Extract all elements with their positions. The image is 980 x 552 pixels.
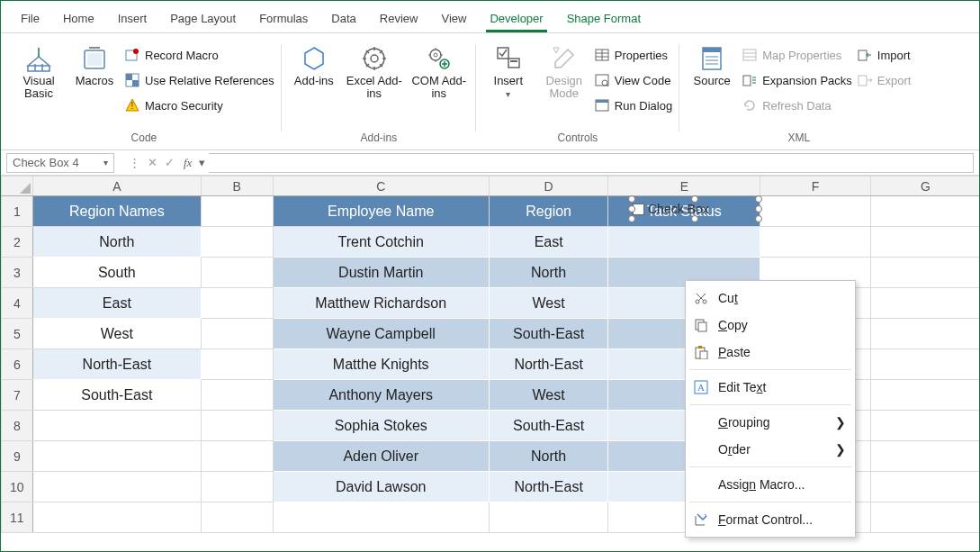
resize-handle-icon[interactable] — [691, 195, 698, 203]
ctx-assign-macro[interactable]: Assign Macro... — [686, 471, 855, 498]
cell-G6[interactable] — [870, 349, 979, 380]
row-header-10[interactable]: 10 — [2, 472, 33, 502]
cell-F2[interactable] — [760, 227, 870, 258]
cell-A10[interactable] — [32, 472, 201, 502]
cell-G1[interactable] — [870, 196, 979, 227]
cell-B4[interactable] — [202, 288, 273, 319]
cell-B2[interactable] — [202, 227, 273, 258]
cell-G7[interactable] — [870, 380, 979, 411]
cell-C10[interactable]: David Lawson — [273, 472, 489, 502]
cell-C6[interactable]: Matthe Knights — [273, 349, 489, 380]
cell-G3[interactable] — [870, 258, 979, 288]
tab-review[interactable]: Review — [369, 8, 429, 32]
cell-D5[interactable]: South-East — [489, 319, 607, 349]
tab-formulas[interactable]: Formulas — [248, 8, 319, 32]
row-header-7[interactable]: 7 — [2, 380, 33, 411]
col-header-b[interactable]: B — [202, 176, 273, 196]
enter-icon[interactable]: ✓ — [161, 156, 178, 170]
map-properties-button[interactable]: Map Properties — [742, 44, 852, 66]
design-mode-button[interactable]: Design Mode — [539, 44, 589, 100]
cell-B9[interactable] — [202, 441, 273, 472]
excel-addins-button[interactable]: Excel Add-ins — [345, 44, 404, 100]
com-addins-button[interactable]: COM Add-ins — [409, 44, 469, 100]
chevron-down-icon[interactable]: ▾ — [103, 158, 108, 167]
cell-C3[interactable]: Dustin Martin — [273, 258, 489, 288]
cell-C2[interactable]: Trent Cotchin — [273, 227, 489, 258]
select-all-corner[interactable] — [2, 176, 33, 196]
cell-G9[interactable] — [870, 441, 979, 472]
name-box[interactable]: Check Box 4 ▾ — [6, 153, 114, 173]
row-header-4[interactable]: 4 — [2, 288, 33, 319]
row-header-9[interactable]: 9 — [2, 441, 33, 472]
visual-basic-button[interactable]: Visual Basic — [13, 44, 64, 100]
cell-B3[interactable] — [202, 258, 273, 288]
cell-C9[interactable]: Aden Oliver — [273, 441, 489, 472]
ctx-order[interactable]: Order ❯ — [686, 436, 855, 463]
cell-A3[interactable]: South — [32, 258, 201, 288]
cell-D3[interactable]: North — [489, 258, 607, 288]
cell-A11[interactable] — [32, 502, 201, 533]
cell-D6[interactable]: North-East — [489, 349, 607, 380]
cell-C11[interactable] — [273, 502, 489, 533]
cell-A9[interactable] — [32, 441, 201, 472]
cell-C5[interactable]: Wayne Campbell — [273, 319, 489, 349]
cell-G2[interactable] — [870, 227, 979, 258]
resize-handle-icon[interactable] — [755, 205, 762, 213]
cell-A2[interactable]: North — [32, 227, 201, 258]
cell-B11[interactable] — [202, 502, 273, 533]
cell-G5[interactable] — [870, 319, 979, 349]
cell-B1[interactable] — [202, 196, 273, 227]
view-code-button[interactable]: View Code — [595, 69, 672, 91]
cancel-icon[interactable]: ✕ — [144, 156, 161, 170]
cell-D4[interactable]: West — [489, 288, 607, 319]
cell-G8[interactable] — [870, 411, 979, 441]
tab-developer[interactable]: Developer — [479, 8, 553, 32]
cell-D8[interactable]: South-East — [489, 411, 607, 441]
cell-D7[interactable]: West — [489, 380, 607, 411]
cell-D2[interactable]: East — [489, 227, 607, 258]
cell-D10[interactable]: North-East — [489, 472, 607, 502]
col-header-g[interactable]: G — [870, 176, 979, 196]
refresh-data-button[interactable]: Refresh Data — [742, 95, 852, 116]
cell-F1[interactable] — [760, 196, 870, 227]
tab-insert[interactable]: Insert — [107, 8, 158, 32]
properties-button[interactable]: Properties — [595, 44, 672, 66]
row-header-11[interactable]: 11 — [2, 502, 33, 533]
formula-input[interactable] — [209, 153, 974, 173]
macro-security-button[interactable]: ! Macro Security — [125, 95, 274, 116]
cell-A7[interactable]: South-East — [32, 380, 201, 411]
tab-shape-format[interactable]: Shape Format — [556, 8, 652, 32]
tab-file[interactable]: File — [10, 8, 50, 32]
row-header-5[interactable]: 5 — [2, 319, 33, 349]
fx-label[interactable]: fx — [178, 156, 197, 170]
col-header-a[interactable]: A — [32, 176, 201, 196]
ctx-cut[interactable]: Cut — [686, 285, 855, 312]
addins-button[interactable]: Add-ins — [289, 44, 339, 87]
resize-handle-icon[interactable] — [628, 205, 635, 213]
cell-B8[interactable] — [202, 411, 273, 441]
cell-A5[interactable]: West — [32, 319, 201, 349]
ctx-paste[interactable]: Paste — [686, 339, 855, 366]
tab-home[interactable]: Home — [52, 8, 105, 32]
ctx-edit-text[interactable]: A Edit Text — [686, 374, 855, 401]
cell-C4[interactable]: Matthew Richardson — [273, 288, 489, 319]
col-header-d[interactable]: D — [489, 176, 607, 196]
cell-C7[interactable]: Anthony Mayers — [273, 380, 489, 411]
resize-handle-icon[interactable] — [628, 215, 635, 222]
cell-B6[interactable] — [202, 349, 273, 380]
row-header-3[interactable]: 3 — [2, 258, 33, 288]
row-header-8[interactable]: 8 — [2, 411, 33, 441]
col-header-e[interactable]: E — [608, 176, 760, 196]
cell-C1[interactable]: Employee Name — [273, 196, 489, 227]
cell-A6[interactable]: North-East — [32, 349, 201, 380]
record-macro-button[interactable]: Record Macro — [125, 44, 274, 66]
tab-data[interactable]: Data — [320, 8, 366, 32]
cell-A1[interactable]: Region Names — [32, 196, 201, 227]
cell-B7[interactable] — [202, 380, 273, 411]
resize-handle-icon[interactable] — [755, 195, 762, 203]
cell-G10[interactable] — [870, 472, 979, 502]
tab-page-layout[interactable]: Page Layout — [159, 8, 247, 32]
macros-button[interactable]: Macros — [69, 44, 120, 87]
cell-D1[interactable]: Region — [489, 196, 607, 227]
cell-G11[interactable] — [870, 502, 979, 533]
